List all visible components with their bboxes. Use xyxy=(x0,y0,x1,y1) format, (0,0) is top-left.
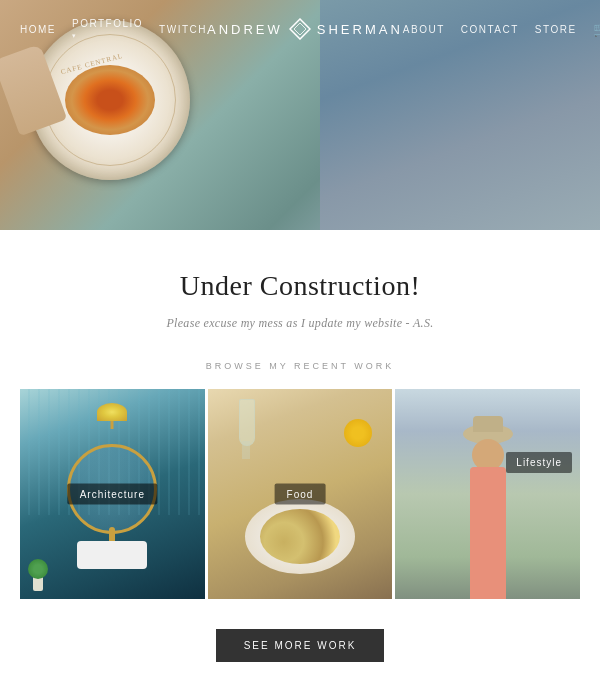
food-items xyxy=(260,509,340,564)
person-torso xyxy=(470,467,506,547)
arch-plant-icon xyxy=(28,556,48,591)
nav-portfolio[interactable]: PORTFOLIO ▾ xyxy=(72,18,143,40)
page-subtitle: Please excuse my mess as I update my web… xyxy=(20,316,580,331)
gallery-grid: Architecture Food L xyxy=(20,389,580,599)
page-title: Under Construction! xyxy=(20,270,580,302)
main-content: Under Construction! Please excuse my mes… xyxy=(0,230,600,698)
food-wine-glass xyxy=(236,399,256,459)
navigation: HOME PORTFOLIO ▾ TWITCH ANDREW SHERMAN A… xyxy=(0,0,600,58)
nav-about[interactable]: ABOUT xyxy=(403,24,445,35)
pasta xyxy=(65,65,155,135)
arch-lamp-icon xyxy=(92,404,132,429)
person-legs xyxy=(470,543,506,599)
svg-marker-0 xyxy=(290,19,310,39)
gallery-label-architecture: Architecture xyxy=(68,484,157,505)
nav-twitch[interactable]: TWITCH xyxy=(159,24,207,35)
svg-marker-1 xyxy=(294,23,306,35)
browse-label: BROWSE MY RECENT WORK xyxy=(20,361,580,371)
cart-icon[interactable]: 🛒 xyxy=(593,21,600,38)
brand-last-name: SHERMAN xyxy=(317,22,403,37)
lifestyle-background xyxy=(395,389,580,599)
portfolio-arrow-icon: ▾ xyxy=(72,32,78,39)
nav-home[interactable]: HOME xyxy=(20,24,56,35)
brand-diamond-icon xyxy=(289,18,311,40)
gallery-item-lifestyle[interactable]: Lifestyle xyxy=(395,389,580,599)
see-more-button[interactable]: See More Work xyxy=(216,629,385,662)
nav-store[interactable]: STORE xyxy=(535,24,577,35)
nav-right: ABOUT CONTACT STORE 🛒 xyxy=(403,21,600,38)
food-plate xyxy=(245,499,355,574)
gallery-label-food: Food xyxy=(275,484,326,505)
hero-section: CAFE CENTRAL HOME PORTFOLIO ▾ TWITCH AND… xyxy=(0,0,600,230)
gallery-label-lifestyle: Lifestyle xyxy=(506,452,572,473)
arch-sink xyxy=(77,541,147,569)
gallery-item-architecture[interactable]: Architecture xyxy=(20,389,205,599)
nav-contact[interactable]: CONTACT xyxy=(461,24,519,35)
see-more-section: See More Work xyxy=(20,629,580,662)
gallery-item-food[interactable]: Food xyxy=(208,389,393,599)
nav-brand: ANDREW SHERMAN xyxy=(207,18,403,40)
brand-first-name: ANDREW xyxy=(207,22,283,37)
arch-faucet xyxy=(109,527,115,541)
food-flower xyxy=(344,419,372,447)
nav-left: HOME PORTFOLIO ▾ TWITCH xyxy=(20,18,207,40)
